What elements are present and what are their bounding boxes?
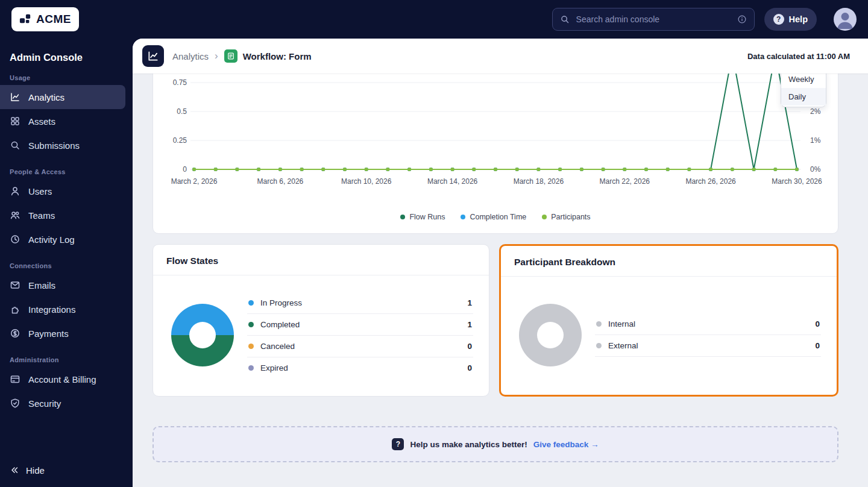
sidebar-item-assets[interactable]: Assets [0, 109, 125, 133]
svg-text:0: 0 [183, 165, 187, 174]
donut-legend-value: 0 [815, 319, 820, 328]
security-icon [10, 398, 20, 409]
sidebar-item-label: Submissions [28, 140, 80, 151]
hide-label: Hide [26, 465, 45, 476]
sidebar-item-label: Analytics [28, 92, 64, 102]
collapse-chevrons-icon [10, 465, 19, 475]
user-avatar[interactable] [834, 8, 857, 31]
sidebar-item-payments[interactable]: Payments [0, 321, 125, 345]
svg-text:0%: 0% [810, 165, 821, 174]
chart-legend-item-flow-runs: Flow Runs [400, 213, 445, 221]
donut-legend-label: In Progress [260, 298, 461, 307]
users-icon [10, 186, 20, 196]
sidebar-section-label: Connections [0, 262, 133, 269]
svg-text:March 14, 2026: March 14, 2026 [427, 177, 478, 186]
sidebar-item-label: Activity Log [28, 234, 75, 245]
donut-legend-row-external: External0 [595, 335, 821, 357]
breadcrumb-analytics-link[interactable]: Analytics [172, 51, 209, 61]
donut-legend-label: Expired [260, 363, 461, 372]
legend-dot-icon [248, 344, 254, 349]
dropdown-option-daily[interactable]: Daily [781, 88, 826, 105]
svg-text:2%: 2% [810, 107, 821, 116]
legend-dot-icon [461, 215, 465, 219]
legend-dot-icon [596, 321, 602, 327]
sidebar-item-label: Account & Billing [28, 374, 96, 385]
chart-legend-item-completion-time: Completion Time [461, 213, 526, 221]
chart-legend-label: Completion Time [470, 213, 526, 221]
analytics-chart-card: 00.250.50.750%1%2%March 2, 2026March 6, … [153, 74, 838, 234]
sidebar-item-submissions[interactable]: Submissions [0, 133, 125, 157]
sidebar-section-label: Administration [0, 356, 133, 363]
donut-legend-row-completed: Completed1 [247, 314, 473, 336]
sidebar-hide-button[interactable]: Hide [0, 458, 125, 482]
legend-dot-icon [248, 322, 254, 327]
acme-logo[interactable]: ACME [11, 7, 79, 31]
sidebar-item-teams[interactable]: Teams [0, 203, 125, 227]
svg-text:March 6, 2026: March 6, 2026 [257, 177, 304, 186]
participant-breakdown-legend: Internal0External0 [595, 313, 821, 357]
chart-area: 00.250.50.750%1%2%March 2, 2026March 6, … [153, 74, 838, 201]
period-dropdown: WeeklyDaily [781, 74, 826, 107]
sidebar-item-activity-log[interactable]: Activity Log [0, 227, 125, 251]
feedback-message: Help us make analytics better! [410, 440, 527, 449]
sidebar-item-label: Teams [28, 210, 55, 221]
account-billing-icon [10, 374, 20, 385]
teams-icon [10, 210, 20, 221]
svg-text:0.25: 0.25 [173, 136, 187, 145]
sidebar-item-label: Payments [28, 328, 69, 339]
sidebar-item-emails[interactable]: Emails [0, 273, 125, 297]
analytics-page-icon [142, 45, 164, 67]
feedback-question-icon: ? [392, 438, 404, 450]
stat-cards-row: Flow States In Progress1Completed1Cancel… [153, 244, 838, 397]
sidebar-item-analytics[interactable]: Analytics [0, 85, 125, 109]
avatar-person-icon [834, 8, 857, 31]
sidebar-item-label: Integrations [28, 304, 75, 315]
legend-dot-icon [542, 215, 547, 219]
analytics-line-chart: 00.250.50.750%1%2%March 2, 2026March 6, … [153, 74, 838, 201]
chart-legend-item-participants: Participants [542, 213, 590, 221]
donut-legend-value: 1 [467, 298, 472, 307]
emails-icon [10, 280, 20, 291]
top-bar: ACME ? Help [0, 0, 868, 39]
svg-text:March 30, 2026: March 30, 2026 [772, 177, 822, 186]
admin-search [552, 8, 755, 31]
help-button[interactable]: ? Help [764, 8, 817, 31]
donut-legend-label: Internal [608, 319, 808, 328]
sidebar-item-security[interactable]: Security [0, 391, 125, 415]
donut-legend-label: External [608, 341, 808, 350]
chart-legend-label: Participants [551, 213, 590, 221]
sidebar-item-account-billing[interactable]: Account & Billing [0, 367, 125, 391]
integrations-icon [10, 304, 20, 315]
sidebar-item-integrations[interactable]: Integrations [0, 297, 125, 321]
workflow-form-icon [224, 49, 237, 63]
sidebar-section-label: Usage [0, 74, 133, 81]
donut-legend-label: Canceled [260, 342, 461, 351]
svg-text:March 26, 2026: March 26, 2026 [685, 177, 736, 186]
sidebar-item-label: Users [28, 186, 52, 196]
sidebar-title: Admin Console [0, 52, 133, 63]
sidebar-sections: UsageAnalyticsAssetsSubmissionsPeople & … [0, 74, 133, 415]
breadcrumb: Analytics › Workflow: Form Data calculat… [133, 39, 868, 74]
participant-breakdown-title: Participant Breakdown [501, 246, 837, 277]
legend-dot-icon [596, 343, 602, 348]
content-scroll-area: 00.250.50.750%1%2%March 2, 2026March 6, … [133, 74, 868, 487]
flow-states-legend: In Progress1Completed1Canceled0Expired0 [247, 292, 473, 379]
svg-text:0.75: 0.75 [173, 78, 187, 87]
sidebar-item-users[interactable]: Users [0, 179, 125, 203]
search-input[interactable] [575, 14, 732, 25]
participant-breakdown-donut [519, 304, 582, 366]
info-icon[interactable] [737, 14, 747, 24]
legend-dot-icon [248, 300, 254, 306]
donut-legend-label: Completed [260, 320, 461, 329]
chart-legend: Flow RunsCompletion TimeParticipants [153, 201, 838, 233]
svg-text:March 2, 2026: March 2, 2026 [171, 177, 218, 186]
flow-states-donut [171, 304, 234, 366]
give-feedback-link[interactable]: Give feedback → [533, 440, 599, 449]
sidebar-item-label: Security [28, 398, 61, 409]
dropdown-option-weekly[interactable]: Weekly [781, 74, 826, 88]
donut-legend-value: 0 [467, 363, 472, 372]
feedback-banner: ? Help us make analytics better! Give fe… [153, 426, 838, 462]
donut-legend-value: 0 [815, 341, 820, 350]
help-question-icon: ? [773, 14, 784, 25]
flow-states-title: Flow States [153, 245, 489, 275]
